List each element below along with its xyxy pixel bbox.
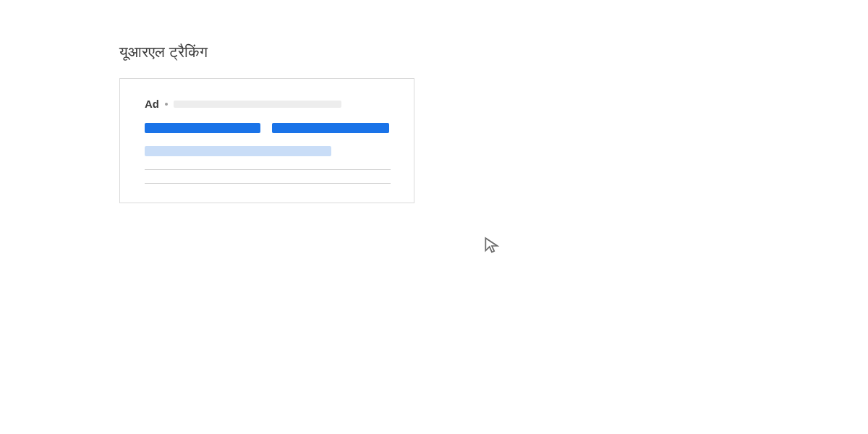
placeholder-headline-2 (272, 123, 389, 133)
ad-preview-card: Ad (119, 78, 414, 203)
placeholder-line-1 (145, 169, 391, 170)
content-container: यूआरएल ट्रैकिंग Ad (0, 0, 868, 203)
ad-top-row: Ad (145, 98, 389, 110)
separator-dot (165, 103, 168, 106)
section-heading: यूआरएल ट्रैकिंग (119, 43, 868, 61)
placeholder-line-2 (145, 183, 391, 184)
placeholder-url-bar (174, 101, 341, 108)
ad-badge-label: Ad (145, 98, 159, 110)
placeholder-description (145, 146, 331, 156)
cursor-icon (482, 236, 501, 256)
headline-row (145, 123, 389, 133)
placeholder-headline-1 (145, 123, 260, 133)
